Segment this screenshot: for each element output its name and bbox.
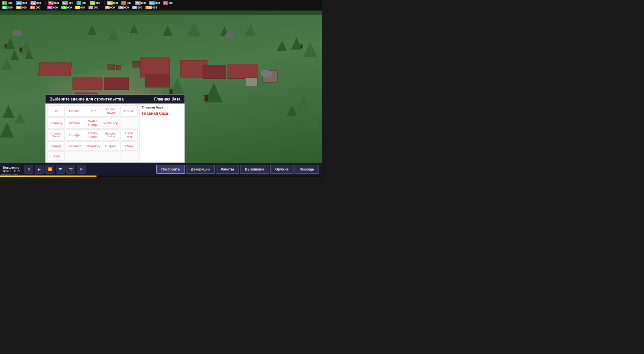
taskbar-btn-помощь[interactable]: Помощь [294,165,319,174]
building-btn-garage[interactable]: Garage [48,142,65,150]
resource-label: Du [107,1,113,5]
resource-value: 000 [138,6,144,9]
settlement-name: Поселение [3,166,20,170]
resource-badge-pa: Pa000 [47,6,60,9]
resource-value: 000 [80,6,88,9]
building-btn-water-pump[interactable]: Water Pump [84,118,101,128]
building-btn-radio-station[interactable]: Radio Station [84,130,101,140]
resource-badge-pi: Pi000 [105,6,117,9]
build-menu-body: BarDistillerFarmGuard TowerHouseInfirmar… [46,104,184,162]
building-btn-trade-post[interactable]: Trade Post [120,130,138,140]
hud-separator [103,6,103,10]
resource-badge-fo: Fo006 [2,1,15,5]
resource-badge-me: Me000 [62,1,76,5]
resource-label: Be [16,6,22,9]
resource-badge-ch: Ch000 [61,6,74,9]
taskbar-btn-выжившие[interactable]: Выжившие [240,165,269,174]
building-info-name: Главная база [142,111,182,116]
resource-value: 000 [127,2,134,4]
settlement-info: Поселение День 1 11:21 [3,166,20,172]
building-btn-kitchen[interactable]: Kitchen [66,118,83,128]
resource-value: 000 [36,6,43,9]
resource-label: Ba [30,1,36,5]
resource-badge-am: Am003 [146,6,160,9]
hud-separator [46,1,46,5]
hud-separator [104,1,105,5]
resource-badge-fa: Fa000 [30,6,43,9]
resource-badge-ri: Ri000 [132,6,144,9]
play-button[interactable]: ▶ [35,165,44,174]
build-menu-section: Главная база [154,97,180,102]
building-btn-house[interactable]: House [120,106,138,116]
resource-label: Wa [16,1,22,5]
building-btn-charging-station[interactable]: Charging Station [48,130,65,140]
resource-value: 000 [113,2,120,4]
resource-value: 003 [152,6,160,9]
building-btn-infirmary[interactable]: Infirmary [48,118,65,128]
resource-badge-ra: Ra000 [2,6,15,9]
resource-value: 000 [22,6,29,9]
taskbar-btn-декорации[interactable]: Декорации [186,165,215,174]
building-btn-bar[interactable]: Bar [48,106,65,116]
building-btn-farm[interactable]: Farm [84,106,101,116]
resource-value: 020 [54,2,61,4]
hud-row-1: Fo006Wa003Ba000Ma020Me000Cl000Ju000Du000… [2,1,320,5]
building-btn-tailor[interactable]: Tailor [48,152,65,160]
building-btn-outpost[interactable]: Outpost [102,142,119,150]
camera-button[interactable]: 📷 [66,165,75,174]
progress-bar [0,176,96,177]
resource-value: 000 [124,6,131,9]
hud-row-2: Ra000Be000Fa000Pa000Ch000El000Al000Pi000… [2,6,320,10]
building-btn-gunsmith[interactable]: Gunsmith [66,142,83,150]
building-btn-distiller[interactable]: Distiller [66,106,83,116]
resource-badge-wa: Wa003 [16,1,29,5]
resource-value: 000 [168,2,176,4]
resource-value: 000 [67,6,74,9]
resource-label: Pa [47,6,52,9]
resource-label: Al [88,6,93,9]
resource-label: Am [146,6,152,9]
hud-separator [45,6,45,10]
resource-badge-ba: Ba000 [30,1,44,5]
day-label: День 1 [3,170,12,172]
resource-label: Ju [90,1,95,5]
resource-value: 006 [8,2,15,4]
building-btn-laboratory[interactable]: Laboratory [84,142,101,150]
resource-label: Ma [48,1,54,5]
building-grid: BarDistillerFarmGuard TowerHouseInfirmar… [46,104,140,162]
building-info-panel: Главная база Главная база [140,104,184,162]
building-btn-shop[interactable]: Shop [120,142,138,150]
resource-label: El [75,6,80,9]
map-button[interactable]: 🗺 [56,165,64,174]
building-btn-lounge[interactable]: Lounge [66,130,83,140]
top-hud: Fo006Wa003Ba000Ma020Me000Cl000Ju000Du000… [0,0,322,10]
resource-badge-el: El000 [75,6,87,9]
resource-label: Me [135,1,140,5]
resource-badge-sh: Sh000 [118,6,131,9]
building-btn-workshop[interactable]: Workshop [102,118,119,128]
time-label: 11:21 [14,170,21,172]
resource-value: 000 [36,2,44,4]
building-btn-guard-tower[interactable]: Guard Tower [102,106,119,116]
resource-badge-ma: Ma020 [48,1,61,5]
building-btn-empty [120,118,138,128]
settings-button[interactable]: ⚙ [77,165,86,174]
resource-label: Fr [163,1,168,5]
building-btn-recycling-station[interactable]: Recycling Station [102,130,119,140]
taskbar-btn-работы[interactable]: Работы [216,165,239,174]
taskbar-btn-построить[interactable]: Построить [156,165,185,174]
fastforward-button[interactable]: ⏩ [46,165,54,174]
resource-badge-ju: Ju000 [90,1,102,5]
resource-badge-to: To000 [121,1,134,5]
progress-bar-container: Аренда постройки [0,176,322,177]
resource-badge-me: Me000 [135,1,148,5]
taskbar-btn-оружие[interactable]: Оружие [270,165,294,174]
resource-label: Ge [149,1,155,5]
pause-button[interactable]: ⏸ [24,165,33,174]
resource-label: Cl [76,1,81,5]
resource-label: Ra [2,6,8,9]
resource-value: 000 [68,2,76,4]
resource-value: 000 [141,2,148,4]
building-info-title: Главная база [142,106,182,109]
building-btn-empty [66,152,83,160]
